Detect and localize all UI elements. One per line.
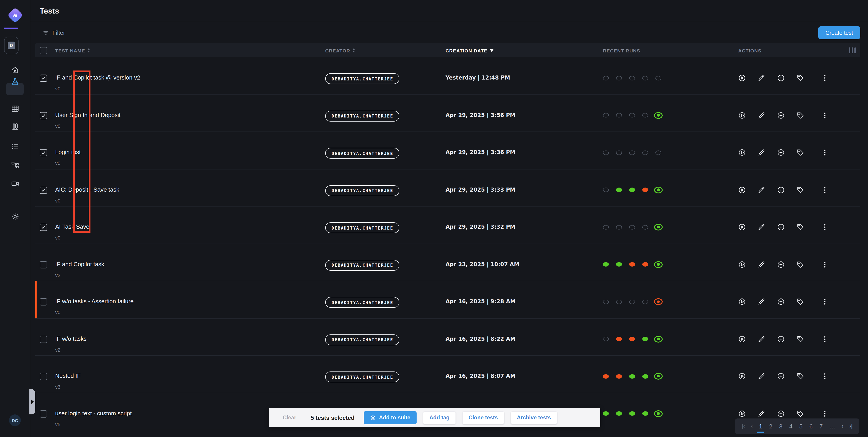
- play-run-icon[interactable]: [738, 186, 746, 194]
- page-button-3[interactable]: 3: [779, 423, 783, 430]
- tag-icon[interactable]: [797, 223, 804, 231]
- sidebar-item-results[interactable]: [0, 104, 30, 113]
- column-settings-icon[interactable]: [849, 47, 856, 53]
- play-run-icon[interactable]: [738, 261, 746, 268]
- play-run-icon[interactable]: [738, 223, 746, 231]
- row-checkbox[interactable]: [40, 149, 47, 156]
- row-checkbox[interactable]: [40, 74, 47, 82]
- edit-pencil-icon[interactable]: [757, 186, 765, 194]
- add-plus-icon[interactable]: [777, 410, 785, 417]
- add-plus-icon[interactable]: [777, 111, 785, 119]
- select-all-checkbox[interactable]: [40, 47, 47, 54]
- edit-pencil-icon[interactable]: [757, 261, 765, 268]
- kebab-menu-icon[interactable]: [821, 335, 829, 343]
- sidebar-item-home[interactable]: [0, 66, 30, 74]
- add-to-suite-button[interactable]: Add to suite: [364, 411, 417, 424]
- row-checkbox[interactable]: [40, 112, 47, 119]
- tag-icon[interactable]: [797, 298, 804, 305]
- add-plus-icon[interactable]: [777, 149, 785, 156]
- row-checkbox[interactable]: [40, 261, 47, 268]
- add-tag-button[interactable]: Add tag: [423, 411, 456, 424]
- add-plus-icon[interactable]: [777, 186, 785, 194]
- test-name-link[interactable]: IF w/o tasks - Assertion failure: [55, 297, 325, 305]
- kebab-menu-icon[interactable]: [821, 298, 829, 305]
- user-avatar[interactable]: DC: [9, 414, 21, 426]
- archive-tests-button[interactable]: Archive tests: [510, 411, 557, 424]
- tag-icon[interactable]: [797, 149, 804, 156]
- add-plus-icon[interactable]: [777, 223, 785, 231]
- edit-pencil-icon[interactable]: [757, 410, 765, 417]
- row-checkbox[interactable]: [40, 336, 47, 343]
- play-run-icon[interactable]: [738, 335, 746, 343]
- edit-pencil-icon[interactable]: [757, 149, 765, 156]
- row-checkbox[interactable]: [40, 298, 47, 305]
- column-header-creation-date[interactable]: CREATION DATE: [445, 48, 603, 53]
- tag-icon[interactable]: [797, 372, 804, 380]
- page-button-2[interactable]: 2: [769, 423, 773, 430]
- sidebar-item-test-data[interactable]: [0, 123, 30, 131]
- play-run-icon[interactable]: [738, 410, 746, 417]
- tag-icon[interactable]: [797, 261, 804, 268]
- sidebar-item-settings[interactable]: [0, 212, 30, 221]
- edit-pencil-icon[interactable]: [757, 74, 765, 82]
- play-run-icon[interactable]: [738, 372, 746, 380]
- edit-pencil-icon[interactable]: [757, 298, 765, 305]
- test-name-link[interactable]: IF w/o tasks: [55, 335, 325, 343]
- test-name-link[interactable]: IF and Copilot task @ version v2: [55, 74, 325, 82]
- test-name-link[interactable]: Nested IF: [55, 372, 325, 380]
- sidebar-item-checklist[interactable]: [0, 142, 30, 150]
- clear-selection-button[interactable]: Clear: [283, 414, 296, 421]
- play-run-icon[interactable]: [738, 149, 746, 156]
- edit-pencil-icon[interactable]: [757, 372, 765, 380]
- add-plus-icon[interactable]: [777, 261, 785, 268]
- edit-pencil-icon[interactable]: [757, 223, 765, 231]
- add-plus-icon[interactable]: [777, 335, 785, 343]
- test-name-link[interactable]: Login test: [55, 148, 325, 156]
- tag-icon[interactable]: [797, 335, 804, 343]
- kebab-menu-icon[interactable]: [821, 186, 829, 194]
- expand-sidebar-handle[interactable]: [29, 389, 35, 414]
- sidebar-item-recordings[interactable]: [0, 179, 30, 188]
- workspace-switcher[interactable]: D: [4, 37, 19, 54]
- kebab-menu-icon[interactable]: [821, 111, 829, 119]
- row-checkbox[interactable]: [40, 224, 47, 231]
- kebab-menu-icon[interactable]: [821, 372, 829, 380]
- sidebar-item-workflows[interactable]: [0, 161, 30, 169]
- next-page-button[interactable]: ›: [842, 423, 844, 429]
- kebab-menu-icon[interactable]: [821, 261, 829, 268]
- play-run-icon[interactable]: [738, 74, 746, 82]
- sidebar-item-tests[interactable]: [0, 77, 30, 86]
- test-name-link[interactable]: User Sign In and Deposit: [55, 111, 325, 119]
- tag-icon[interactable]: [797, 74, 804, 82]
- page-button-7[interactable]: 7: [819, 423, 823, 430]
- column-header-test-name[interactable]: TEST NAME: [55, 48, 325, 53]
- app-logo[interactable]: AI: [7, 7, 23, 23]
- edit-pencil-icon[interactable]: [757, 111, 765, 119]
- play-run-icon[interactable]: [738, 298, 746, 305]
- create-test-button[interactable]: Create test: [818, 26, 860, 39]
- edit-pencil-icon[interactable]: [757, 335, 765, 343]
- page-button-6[interactable]: 6: [809, 423, 813, 430]
- test-name-link[interactable]: AIC: Deposit - Save task: [55, 186, 325, 194]
- add-plus-icon[interactable]: [777, 372, 785, 380]
- page-button-1[interactable]: 1: [758, 423, 763, 430]
- row-checkbox[interactable]: [40, 373, 47, 380]
- kebab-menu-icon[interactable]: [821, 149, 829, 156]
- first-page-button[interactable]: |‹: [742, 423, 745, 429]
- previous-page-button[interactable]: ‹: [751, 423, 753, 429]
- test-name-link[interactable]: IF and Copilot task: [55, 260, 325, 268]
- last-page-button[interactable]: ›|: [849, 423, 853, 429]
- test-name-link[interactable]: AI Task Save: [55, 223, 325, 231]
- row-checkbox[interactable]: [40, 187, 47, 194]
- row-checkbox[interactable]: [40, 410, 47, 417]
- kebab-menu-icon[interactable]: [821, 410, 829, 417]
- kebab-menu-icon[interactable]: [821, 223, 829, 231]
- add-plus-icon[interactable]: [777, 74, 785, 82]
- filter-button[interactable]: Filter: [43, 30, 65, 36]
- tag-icon[interactable]: [797, 111, 804, 119]
- column-header-creator[interactable]: CREATOR: [325, 48, 445, 53]
- play-run-icon[interactable]: [738, 111, 746, 119]
- page-button-5[interactable]: 5: [799, 423, 803, 430]
- tag-icon[interactable]: [797, 410, 804, 417]
- kebab-menu-icon[interactable]: [821, 74, 829, 82]
